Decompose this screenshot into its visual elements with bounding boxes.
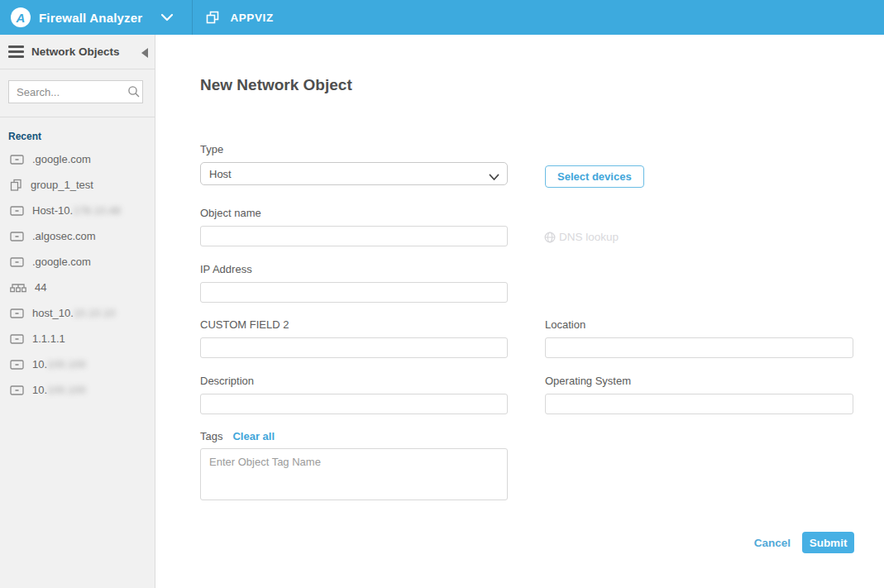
recent-list-item[interactable]: 10.100.100 — [0, 377, 155, 403]
recent-list-item[interactable]: .google.com — [0, 146, 155, 172]
recent-list-item[interactable]: 10.100.100 — [0, 351, 155, 377]
description-field: Description — [200, 375, 508, 414]
search-icon[interactable] — [127, 85, 141, 102]
recent-item-label: .google.com — [32, 256, 91, 268]
redacted-text: 10.10.10 — [74, 307, 116, 319]
sidebar-header: Network Objects — [0, 35, 155, 69]
type-label: Type — [200, 143, 508, 155]
description-label: Description — [200, 375, 508, 387]
appviz-label: APPVIZ — [230, 12, 273, 24]
host-icon — [10, 308, 24, 319]
custom-field-2: CUSTOM FIELD 2 — [200, 318, 508, 358]
ip-address-label: IP Address — [200, 263, 508, 275]
object-name-label: Object name — [200, 207, 508, 219]
recent-item-label: Host-10.178.10.48 — [32, 204, 121, 217]
dns-lookup-label: DNS lookup — [559, 231, 619, 243]
recent-item-label: host_10.10.10.10 — [32, 307, 115, 319]
app-root: A Firewall Analyzer APPVIZ Network Objec… — [0, 0, 884, 588]
host-icon — [10, 385, 24, 396]
recent-section-label: Recent — [8, 131, 155, 142]
location-field: Location — [545, 318, 853, 358]
host-icon — [10, 256, 24, 268]
ip-address-input[interactable] — [200, 282, 508, 303]
operating-system-label: Operating System — [545, 375, 853, 387]
recent-item-label: 10.100.100 — [32, 358, 86, 370]
main-content: New Network Object Type Host Select devi… — [156, 35, 884, 588]
operating-system-input[interactable] — [545, 394, 853, 414]
tags-field: Tags Clear all — [200, 430, 508, 504]
recent-list-item[interactable]: .google.com — [0, 249, 155, 275]
recent-list-item[interactable]: group_1_test — [0, 172, 155, 198]
redacted-text: 178.10.48 — [73, 204, 121, 217]
recent-item-label: 44 — [35, 281, 46, 294]
tags-input[interactable] — [200, 448, 508, 500]
custom-field-2-label: CUSTOM FIELD 2 — [200, 318, 508, 331]
cancel-button[interactable]: Cancel — [754, 537, 791, 549]
tags-label: Tags — [200, 430, 222, 442]
menu-icon[interactable] — [8, 43, 24, 60]
select-devices-button[interactable]: Select devices — [545, 165, 644, 188]
host-icon — [10, 231, 24, 242]
object-name-field: Object name — [200, 207, 508, 246]
type-field: Type Host — [200, 143, 508, 185]
recent-list-item[interactable]: Host-10.178.10.48 — [0, 198, 155, 223]
recent-item-label: .google.com — [32, 153, 91, 165]
recent-list-item[interactable]: host_10.10.10.10 — [0, 300, 155, 326]
recent-list: .google.comgroup_1_testHost-10.178.10.48… — [0, 146, 155, 403]
top-navigation-bar: A Firewall Analyzer APPVIZ — [0, 0, 884, 35]
topbar-divider — [192, 0, 193, 35]
object-name-input[interactable] — [200, 226, 508, 246]
recent-list-item[interactable]: .algosec.com — [0, 223, 155, 249]
custom-field-2-input[interactable] — [200, 337, 508, 358]
layers-icon — [206, 11, 219, 24]
recent-item-label: group_1_test — [31, 179, 93, 191]
recent-item-label: 1.1.1.1 — [32, 332, 65, 345]
page-title: New Network Object — [200, 76, 352, 94]
search-input[interactable] — [8, 80, 143, 103]
redacted-text: 100.100 — [47, 384, 86, 396]
location-label: Location — [545, 318, 853, 331]
app-switcher-chevron-down-icon[interactable] — [160, 13, 174, 22]
recent-list-item[interactable]: 1.1.1.1 — [0, 326, 155, 351]
dns-lookup-button[interactable]: DNS lookup — [544, 231, 619, 243]
network-icon — [10, 282, 26, 294]
recent-item-label: 10.100.100 — [32, 384, 86, 396]
ip-address-field: IP Address — [200, 263, 508, 303]
host-icon — [10, 359, 24, 370]
recent-item-label: .algosec.com — [32, 230, 96, 242]
type-select[interactable]: Host — [200, 162, 508, 185]
globe-icon — [544, 232, 556, 243]
redacted-text: 100.100 — [47, 358, 86, 370]
app-title: Firewall Analyzer — [39, 11, 142, 25]
location-input[interactable] — [545, 337, 853, 358]
appviz-nav-item[interactable]: APPVIZ — [206, 11, 273, 24]
description-input[interactable] — [200, 394, 508, 414]
host-icon — [10, 205, 24, 217]
algosec-logo-icon: A — [11, 7, 31, 27]
clear-all-link[interactable]: Clear all — [232, 430, 275, 442]
sidebar-search-section — [0, 69, 155, 117]
host-icon — [10, 333, 24, 345]
form-actions: Cancel Submit — [754, 532, 854, 553]
recent-list-item[interactable]: 44 — [0, 275, 155, 300]
host-icon — [10, 154, 24, 165]
sidebar: Network Objects Recent .google.comgroup_… — [0, 35, 155, 588]
operating-system-field: Operating System — [545, 375, 853, 414]
sidebar-collapse-arrow-icon[interactable] — [141, 48, 148, 58]
group-icon — [10, 179, 22, 191]
submit-button[interactable]: Submit — [802, 532, 854, 553]
sidebar-title: Network Objects — [31, 45, 120, 58]
